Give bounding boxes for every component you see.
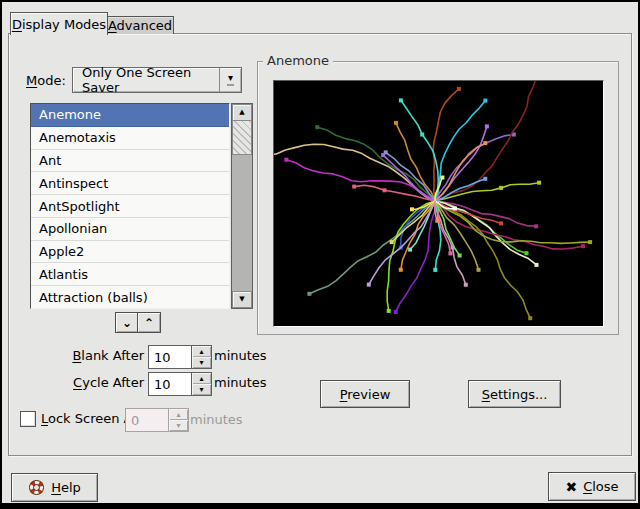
list-item[interactable]: Antinspect <box>31 172 229 195</box>
tab-advanced[interactable]: Advanced <box>106 16 174 34</box>
close-button[interactable]: ✖ Close <box>548 472 636 501</box>
cycle-after-unit: minutes <box>214 375 267 390</box>
spin-down-icon: ▾ <box>169 420 188 431</box>
chevron-down-icon: ▾ <box>219 68 241 92</box>
help-button[interactable]: Help <box>11 473 98 502</box>
blank-after-unit: minutes <box>214 348 267 363</box>
list-item[interactable]: Ant <box>31 150 229 173</box>
lock-screen-value: 0 <box>126 409 168 431</box>
mode-dropdown[interactable]: Only One Screen Saver ▾ <box>72 67 242 93</box>
list-scrollbar[interactable]: ▲ ▼ <box>231 103 253 309</box>
spin-up-icon[interactable]: ▴ <box>192 346 211 357</box>
list-item[interactable]: Apple2 <box>31 241 229 264</box>
tab-display-modes[interactable]: Display Modes <box>10 12 108 35</box>
list-prev-button[interactable]: ⌃ <box>137 312 161 333</box>
preview-group-title: Anemone <box>263 53 333 68</box>
tab-label-rest: isplay Modes <box>22 17 106 32</box>
lifebuoy-icon <box>28 479 45 496</box>
cycle-after-label: Cycle After <box>40 375 144 390</box>
tab-label: A <box>108 18 117 33</box>
screensaver-preview <box>273 80 604 327</box>
list-item[interactable]: AntSpotlight <box>31 195 229 218</box>
preview-button[interactable]: Preview <box>320 380 410 408</box>
lock-screen-unit: minutes <box>190 412 243 427</box>
list-item[interactable]: Anemotaxis <box>31 127 229 150</box>
chevron-up-icon: ⌃ <box>144 318 154 328</box>
spin-up-icon[interactable]: ▴ <box>192 373 211 384</box>
list-item[interactable]: Attraction (balls) <box>31 286 229 308</box>
cycle-after-value[interactable]: 10 <box>149 373 191 395</box>
scrollbar-thumb[interactable] <box>232 120 252 155</box>
tab-label: D <box>12 17 22 32</box>
lock-screen-spinner: 0 ▴ ▾ <box>125 408 189 432</box>
scroll-up-icon[interactable]: ▲ <box>232 104 252 121</box>
list-item[interactable]: Anemone <box>31 104 229 127</box>
spin-down-icon[interactable]: ▾ <box>192 357 211 368</box>
lock-screen-checkbox[interactable] <box>20 411 36 427</box>
anemone-preview-art <box>274 81 603 326</box>
tab-label-rest: dvanced <box>117 18 173 33</box>
xscreensaver-preferences-window: Display Modes Advanced Mode: Only One Sc… <box>0 0 640 509</box>
list-item[interactable]: Apollonian <box>31 218 229 241</box>
blank-after-spinner[interactable]: 10 ▴ ▾ <box>148 345 212 369</box>
spin-up-icon: ▴ <box>169 409 188 420</box>
screensaver-list[interactable]: Anemone Anemotaxis Ant Antinspect AntSpo… <box>30 103 230 309</box>
list-item[interactable]: Atlantis <box>31 263 229 286</box>
chevron-down-icon: ⌄ <box>122 318 132 328</box>
window-content: Display Modes Advanced Mode: Only One Sc… <box>2 2 638 503</box>
blank-after-label: Blank After <box>40 348 144 363</box>
cycle-after-spinner[interactable]: 10 ▴ ▾ <box>148 372 212 396</box>
mode-dropdown-value: Only One Screen Saver <box>73 68 219 92</box>
scroll-down-icon[interactable]: ▼ <box>232 291 252 308</box>
list-next-button[interactable]: ⌄ <box>115 312 139 333</box>
settings-button[interactable]: Settings... <box>468 380 561 408</box>
blank-after-value[interactable]: 10 <box>149 346 191 368</box>
close-x-icon: ✖ <box>565 479 577 495</box>
spin-down-icon[interactable]: ▾ <box>192 384 211 395</box>
mode-label: Mode: <box>26 73 66 88</box>
